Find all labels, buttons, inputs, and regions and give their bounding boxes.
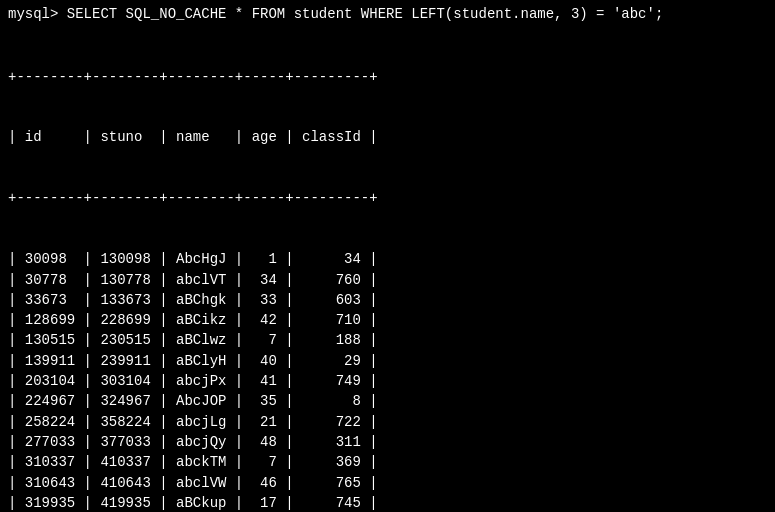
table-row: | 130515 | 230515 | aBClwz | 7 | 188 | (8, 330, 767, 350)
table-row: | 30778 | 130778 | abclVT | 34 | 760 | (8, 270, 767, 290)
table-row: | 139911 | 239911 | aBClyH | 40 | 29 | (8, 351, 767, 371)
terminal-window: mysql> SELECT SQL_NO_CACHE * FROM studen… (0, 0, 775, 512)
table-row: | 128699 | 228699 | aBCikz | 42 | 710 | (8, 310, 767, 330)
table-row: | 33673 | 133673 | aBChgk | 33 | 603 | (8, 290, 767, 310)
table-row: | 277033 | 377033 | abcjQy | 48 | 311 | (8, 432, 767, 452)
table-body: | 30098 | 130098 | AbcHgJ | 1 | 34 || 30… (8, 249, 767, 512)
table-row: | 258224 | 358224 | abcjLg | 21 | 722 | (8, 412, 767, 432)
top-separator: +--------+--------+--------+-----+------… (8, 67, 767, 87)
header-separator: +--------+--------+--------+-----+------… (8, 188, 767, 208)
table-row: | 319935 | 419935 | aBCkup | 17 | 745 | (8, 493, 767, 512)
table-row: | 310337 | 410337 | abckTM | 7 | 369 | (8, 452, 767, 472)
table-row: | 30098 | 130098 | AbcHgJ | 1 | 34 | (8, 249, 767, 269)
table-container: +--------+--------+--------+-----+------… (8, 26, 767, 512)
table-row: | 310643 | 410643 | abclVW | 46 | 765 | (8, 473, 767, 493)
command-line: mysql> SELECT SQL_NO_CACHE * FROM studen… (8, 6, 767, 22)
table-row: | 224967 | 324967 | AbcJOP | 35 | 8 | (8, 391, 767, 411)
table-row: | 203104 | 303104 | abcjPx | 41 | 749 | (8, 371, 767, 391)
table-header: | id | stuno | name | age | classId | (8, 127, 767, 147)
